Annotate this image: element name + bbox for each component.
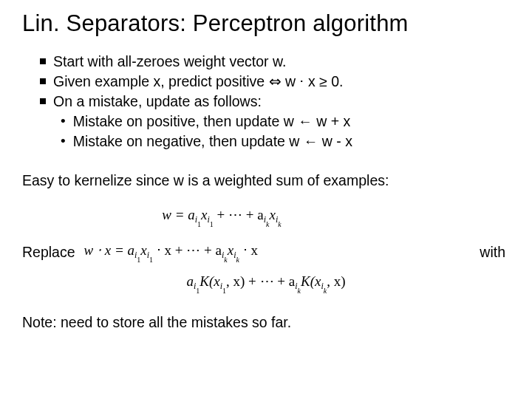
bullet-item: On a mistake, update as follows:	[40, 92, 510, 112]
equation-kernel: ai1K(xi1, x) + ⋯ + aikK(xik, x)	[22, 273, 510, 295]
bullet-item: Start with all-zeroes weight vector w.	[40, 52, 510, 72]
math-text: x	[201, 207, 207, 222]
bullet-list: Start with all-zeroes weight vector w. G…	[22, 52, 510, 151]
bullet-text: On a mistake, update as follows:	[53, 92, 262, 112]
math-text: , x) + ⋯ + a	[226, 273, 295, 289]
square-bullet-icon	[40, 58, 46, 64]
with-label: with	[480, 244, 510, 261]
math-text: K(x	[301, 273, 321, 289]
square-bullet-icon	[40, 98, 46, 104]
math-text: w = a	[162, 207, 195, 222]
sub-bullet-item: • Mistake on positive, then update w ← w…	[40, 112, 510, 132]
replace-label: Replace	[22, 244, 75, 261]
math-text: x	[270, 207, 276, 222]
square-bullet-icon	[40, 78, 46, 84]
dot-bullet-icon: •	[61, 132, 66, 151]
bullet-item: Given example x, predict positive ⇔ w ⋅ …	[40, 72, 510, 92]
equation-dot-product: w ⋅ x = ai1xi1 ⋅ x + ⋯ + aikxik ⋅ x	[84, 242, 258, 264]
math-text: , x)	[327, 273, 345, 289]
bullet-text: Mistake on negative, then update w ← w -…	[73, 132, 352, 151]
kernelize-line: Easy to kernelize since w is a weighted …	[22, 171, 510, 190]
bullet-text: Mistake on positive, then update w ← w +…	[73, 112, 351, 132]
note-line: Note: need to store all the mistakes so …	[22, 313, 510, 332]
math-text: x	[140, 242, 146, 258]
math-text: w ⋅ x = a	[84, 242, 134, 258]
bullet-text: Given example x, predict positive ⇔ w ⋅ …	[53, 72, 343, 92]
math-subsub: k	[278, 220, 281, 228]
math-text: ⋅ x + ⋯ + a	[153, 242, 222, 258]
math-text: + ⋯ + a	[214, 207, 264, 222]
math-text: a	[186, 273, 194, 289]
dot-bullet-icon: •	[61, 112, 66, 131]
math-text: K(x	[200, 273, 219, 289]
sub-bullet-item: • Mistake on negative, then update w ← w…	[40, 132, 510, 151]
math-text: x	[228, 242, 233, 258]
bullet-text: Start with all-zeroes weight vector w.	[53, 52, 286, 72]
math-text: ⋅ x	[239, 242, 258, 258]
slide-title: Lin. Separators: Perceptron algorithm	[22, 10, 510, 37]
replace-row: Replace w ⋅ x = ai1xi1 ⋅ x + ⋯ + aikxik …	[22, 242, 510, 264]
equation-w-sum: w = ai1xi1 + ⋯ + aikxik	[22, 206, 510, 228]
